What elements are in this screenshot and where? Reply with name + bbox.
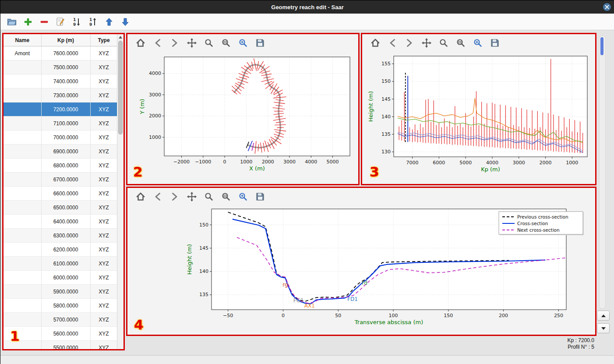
- svg-text:140: 140: [199, 269, 208, 274]
- zoom-in-button[interactable]: [237, 191, 249, 203]
- col-header-kp: Kp (m): [41, 34, 90, 46]
- table-row[interactable]: 5800.0000XYZ: [4, 299, 117, 313]
- add-button[interactable]: [22, 16, 34, 28]
- back-button[interactable]: [386, 37, 399, 49]
- remove-button[interactable]: [38, 16, 50, 28]
- profil-readout: Profil N° : 5: [568, 344, 594, 350]
- plan-view-canvas[interactable]: −2000−1000010002000300040005000100020003…: [127, 52, 358, 183]
- table-row[interactable]: 5700.0000XYZ: [4, 313, 117, 327]
- profile-toolbar: [362, 34, 595, 52]
- forward-icon: [169, 38, 180, 48]
- profile-canvas[interactable]: 7000600050004000300020001000130135140145…: [362, 52, 594, 183]
- table-row[interactable]: 7500.0000XYZ: [4, 60, 117, 74]
- cell-kp: 6700.0000: [41, 173, 90, 187]
- svg-text:Cross-section: Cross-section: [517, 221, 548, 226]
- table-row[interactable]: 6600.0000XYZ: [4, 187, 117, 201]
- zoom-button[interactable]: [203, 191, 215, 203]
- sort-asc-button[interactable]: 19: [87, 16, 99, 28]
- zoom-in-button[interactable]: [237, 37, 249, 49]
- cell-name: [4, 341, 41, 351]
- table-scrollbar-thumb[interactable]: [118, 41, 123, 134]
- zoom-in-icon: [473, 38, 483, 48]
- move-down-button[interactable]: [119, 16, 131, 28]
- svg-text:5000: 5000: [459, 160, 472, 166]
- table-row[interactable]: 6100.0000XYZ: [4, 257, 117, 271]
- titlebar: Geometry reach edit - Saar: [0, 0, 614, 14]
- table-row[interactable]: 5600.0000XYZ: [4, 327, 117, 341]
- region-annotation-1: 1: [10, 328, 20, 344]
- table-row[interactable]: 7100.0000XYZ: [4, 117, 117, 131]
- cell-name: [4, 159, 41, 173]
- zoom-select-button[interactable]: [220, 191, 232, 203]
- table-row[interactable]: 5900.0000XYZ: [4, 285, 117, 299]
- cell-name: [4, 131, 41, 145]
- sort-ascending-icon: 19: [88, 17, 98, 27]
- move-up-icon: [104, 17, 114, 27]
- table-row[interactable]: 6400.0000XYZ: [4, 215, 117, 229]
- cell-kp: 6900.0000: [41, 145, 90, 159]
- move-down-icon: [120, 17, 131, 27]
- profile-up-button[interactable]: [597, 311, 610, 321]
- svg-text:Y (m): Y (m): [139, 99, 145, 115]
- cell-type: XYZ: [90, 341, 117, 351]
- zoom-button[interactable]: [203, 37, 215, 49]
- forward-button[interactable]: [169, 37, 181, 49]
- svg-text:150: 150: [444, 313, 453, 318]
- home-button[interactable]: [134, 37, 147, 49]
- table-row[interactable]: 6200.0000XYZ: [4, 243, 117, 257]
- table-row[interactable]: 6000.0000XYZ: [4, 271, 117, 285]
- zoom-select-button[interactable]: [455, 37, 467, 49]
- table-scrollbar[interactable]: [117, 34, 124, 349]
- pan-button[interactable]: [186, 191, 198, 203]
- back-icon: [152, 191, 163, 202]
- save-button[interactable]: [489, 37, 501, 49]
- window-scrollbar-thumb[interactable]: [600, 37, 603, 55]
- zoom-icon: [204, 38, 214, 48]
- svg-text:1000: 1000: [240, 159, 252, 165]
- zoom-in-button[interactable]: [472, 37, 484, 49]
- table-row[interactable]: 5500.0000XYZ: [4, 341, 117, 351]
- table-row[interactable]: Amont7600.0000XYZ: [4, 46, 117, 60]
- cross-section-toolbar: [127, 188, 595, 205]
- pan-button[interactable]: [186, 37, 198, 49]
- scrollbar-up-arrow-icon[interactable]: [119, 36, 122, 39]
- profile-down-button[interactable]: [597, 323, 610, 333]
- table-row[interactable]: 6900.0000XYZ: [4, 145, 117, 159]
- sort-desc-button[interactable]: 19: [71, 16, 83, 28]
- table-row[interactable]: 7200.0000XYZ: [4, 102, 117, 117]
- cross-section-canvas[interactable]: −50050100150200250135140145150Transverse…: [127, 205, 594, 334]
- pan-button[interactable]: [420, 37, 433, 49]
- table-row[interactable]: 7000.0000XYZ: [4, 131, 117, 145]
- cell-name: [4, 145, 41, 159]
- home-button[interactable]: [134, 191, 147, 203]
- window-scrollbar[interactable]: [599, 35, 606, 309]
- cell-type: XYZ: [90, 327, 117, 341]
- svg-text:50: 50: [335, 313, 341, 318]
- cell-name: [4, 257, 41, 271]
- open-button[interactable]: [6, 16, 18, 28]
- cell-kp: 6400.0000: [41, 215, 90, 229]
- back-button[interactable]: [152, 191, 164, 203]
- save-button[interactable]: [254, 37, 266, 49]
- home-button[interactable]: [369, 37, 381, 49]
- svg-text:2000: 2000: [540, 160, 552, 166]
- save-button[interactable]: [254, 191, 266, 203]
- forward-button[interactable]: [403, 37, 416, 49]
- cell-name: [4, 215, 41, 229]
- pan-icon: [187, 191, 197, 202]
- table-row[interactable]: 7300.0000XYZ: [4, 88, 117, 102]
- edit-button[interactable]: [54, 16, 67, 28]
- table-row[interactable]: 6800.0000XYZ: [4, 159, 117, 173]
- table-row[interactable]: 6300.0000XYZ: [4, 229, 117, 243]
- zoom-select-button[interactable]: [220, 37, 232, 49]
- move-up-button[interactable]: [103, 16, 115, 28]
- cell-kp: 6100.0000: [41, 257, 90, 271]
- back-button[interactable]: [152, 37, 164, 49]
- close-button[interactable]: [603, 3, 611, 11]
- cell-name: [4, 74, 41, 88]
- table-row[interactable]: 6700.0000XYZ: [4, 173, 117, 187]
- forward-button[interactable]: [169, 191, 181, 203]
- table-row[interactable]: 7400.0000XYZ: [4, 74, 117, 88]
- zoom-button[interactable]: [438, 37, 450, 49]
- table-row[interactable]: 6500.0000XYZ: [4, 201, 117, 215]
